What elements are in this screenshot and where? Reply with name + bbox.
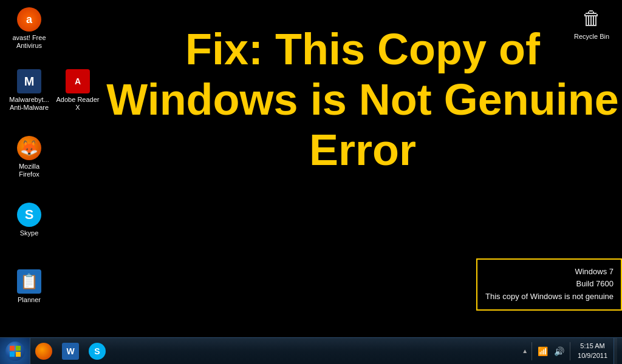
planner-desktop-icon[interactable]: 📋 Planner xyxy=(5,267,53,306)
tray-date: 10/9/2011 xyxy=(578,351,607,360)
show-desktop-button[interactable] xyxy=(613,338,617,365)
tray-divider-1 xyxy=(531,342,532,360)
adobe-reader-icon[interactable]: A Adobe Reader X xyxy=(53,67,102,114)
avast-icon[interactable]: a avast! Free Antivirus xyxy=(5,5,53,52)
headline-text: Fix: This Copy of Windows is Not Genuine… xyxy=(103,24,622,175)
firefox-desktop-icon[interactable]: 🦊 Mozilla Firefox xyxy=(5,133,53,181)
start-orb xyxy=(5,342,25,361)
taskbar: W S ▲ 📶 🔊 5:15 AM 10/9/2011 xyxy=(0,337,622,364)
skype-desktop-icon[interactable]: S Skype xyxy=(5,200,53,240)
tray-divider-2 xyxy=(570,342,570,360)
watermark-line1: Windows 7 xyxy=(485,266,613,278)
start-button[interactable] xyxy=(0,338,30,365)
taskbar-word-icon[interactable]: W xyxy=(57,338,84,365)
windows-logo-icon xyxy=(10,346,21,357)
system-tray: ▲ 📶 🔊 5:15 AM 10/9/2011 xyxy=(517,338,622,365)
recycle-bin-icon[interactable]: 🗑 Recycle Bin xyxy=(567,4,616,43)
tray-time: 5:15 AM xyxy=(580,342,604,351)
svg-rect-0 xyxy=(10,346,15,351)
taskbar-firefox-icon[interactable] xyxy=(30,338,57,365)
tray-clock[interactable]: 5:15 AM 10/9/2011 xyxy=(574,342,611,360)
tray-volume-icon[interactable]: 🔊 xyxy=(552,345,566,357)
svg-rect-1 xyxy=(16,346,21,351)
watermark-line2: Build 7600 xyxy=(485,278,613,291)
desktop: Fix: This Copy of Windows is Not Genuine… xyxy=(0,0,622,340)
watermark-box: Windows 7 Build 7600 This copy of Window… xyxy=(476,258,622,311)
svg-rect-2 xyxy=(10,352,15,357)
malwarebytes-icon[interactable]: M Malwarebyt... Anti-Malware xyxy=(5,67,53,114)
watermark-line3: This copy of Windows is not genuine xyxy=(485,291,613,303)
tray-expand-arrow[interactable]: ▲ xyxy=(522,348,528,354)
tray-network-icon[interactable]: 📶 xyxy=(536,345,550,357)
taskbar-skype-icon[interactable]: S xyxy=(84,338,111,365)
svg-rect-3 xyxy=(16,352,21,357)
